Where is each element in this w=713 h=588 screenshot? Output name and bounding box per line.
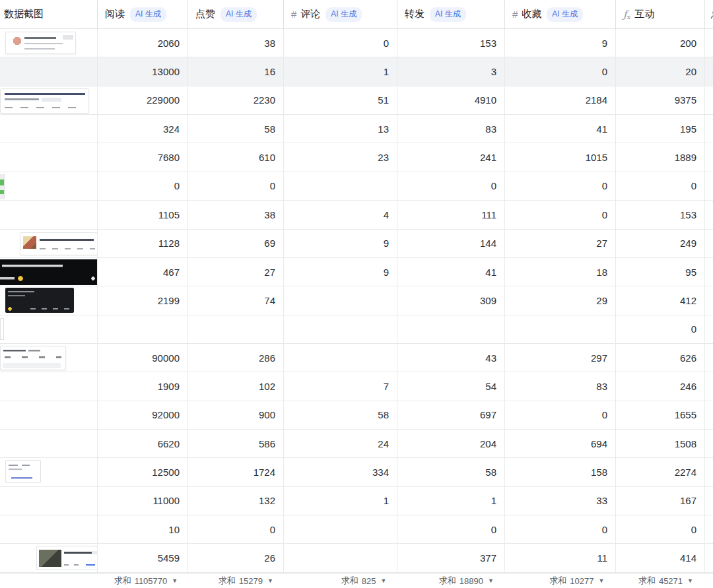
column-header-reposts[interactable]: 转发 AI 生成 [397,0,505,28]
engagement-cell[interactable]: 20 [616,57,705,85]
screenshot-cell[interactable] [0,29,98,57]
likes-cell[interactable]: 0 [188,515,284,543]
favorites-cell[interactable]: 694 [505,430,616,457]
reads-cell[interactable] [98,315,188,343]
likes-cell[interactable]: 102 [188,372,284,400]
comments-cell[interactable]: 1 [284,487,397,515]
reposts-cell[interactable]: 111 [397,201,505,228]
favorites-cell[interactable]: 11 [505,544,616,572]
engagement-cell[interactable]: 167 [616,487,705,515]
screenshot-cell[interactable] [0,258,98,286]
clipped-cell[interactable] [705,143,713,171]
favorites-cell[interactable]: 83 [505,372,616,400]
favorites-cell[interactable]: 18 [505,258,616,286]
likes-cell[interactable]: 58 [188,115,284,143]
comments-cell[interactable]: 9 [284,230,397,257]
reposts-cell[interactable]: 204 [397,430,505,457]
post-thumbnail[interactable] [0,174,5,199]
reposts-cell[interactable]: 3 [397,57,505,85]
reposts-cell[interactable]: 4910 [397,86,505,114]
clipped-cell[interactable] [705,487,713,515]
clipped-cell[interactable] [705,86,713,114]
post-thumbnail[interactable] [5,32,76,54]
reads-cell[interactable]: 1128 [98,230,188,257]
favorites-cell[interactable]: 0 [505,201,616,228]
clipped-cell[interactable] [705,286,713,314]
clipped-cell[interactable] [705,544,713,572]
engagement-cell[interactable]: 2274 [616,458,705,486]
clipped-cell[interactable] [705,401,713,429]
screenshot-cell[interactable] [0,430,98,457]
reposts-cell[interactable]: 41 [397,258,505,286]
favorites-cell[interactable]: 1015 [505,143,616,171]
favorites-cell[interactable]: 33 [505,487,616,515]
likes-cell[interactable]: 900 [188,401,284,429]
column-header-comments[interactable]: # 评论 AI 生成 [284,0,397,28]
engagement-cell[interactable]: 9375 [616,86,705,114]
favorites-cell[interactable]: 29 [505,286,616,314]
comments-cell[interactable]: 23 [284,143,397,171]
reads-cell[interactable]: 324 [98,115,188,143]
likes-cell[interactable]: 16 [188,57,284,85]
clipped-cell[interactable] [705,57,713,85]
post-thumbnail[interactable] [5,460,41,483]
reposts-cell[interactable]: 58 [397,458,505,486]
reads-cell[interactable]: 467 [98,258,188,286]
reads-cell[interactable]: 7680 [98,143,188,171]
engagement-cell[interactable]: 1508 [616,430,705,457]
reads-cell[interactable]: 11000 [98,487,188,515]
reposts-cell[interactable]: 241 [397,143,505,171]
engagement-cell[interactable]: 246 [616,372,705,400]
reads-cell[interactable]: 90000 [98,344,188,372]
engagement-cell[interactable]: 249 [616,230,705,257]
comments-cell[interactable]: 7 [284,372,397,400]
reposts-cell[interactable]: 153 [397,29,505,57]
clipped-cell[interactable] [705,372,713,400]
comments-cell[interactable]: 334 [284,458,397,486]
comments-cell[interactable]: 13 [284,115,397,143]
comments-cell[interactable]: 0 [284,29,397,57]
reposts-cell[interactable]: 83 [397,115,505,143]
likes-cell[interactable]: 26 [188,544,284,572]
reads-cell[interactable]: 10 [98,515,188,543]
comments-cell[interactable]: 1 [284,57,397,85]
screenshot-cell[interactable] [0,458,98,486]
likes-cell[interactable]: 74 [188,286,284,314]
favorites-cell[interactable]: 2184 [505,86,616,114]
reads-cell[interactable]: 0 [98,172,188,200]
likes-cell[interactable]: 38 [188,201,284,228]
comments-cell[interactable] [284,544,397,572]
reposts-cell[interactable]: 697 [397,401,505,429]
reads-cell[interactable]: 2060 [98,29,188,57]
favorites-cell[interactable] [505,315,616,343]
summary-comments[interactable]: 求和 825 ▼ [283,573,397,588]
post-thumbnail[interactable] [0,318,4,340]
comments-cell[interactable]: 4 [284,201,397,228]
likes-cell[interactable]: 2230 [188,86,284,114]
post-thumbnail[interactable] [36,546,98,570]
comments-cell[interactable] [284,172,397,200]
screenshot-cell[interactable] [0,401,98,429]
summary-reposts[interactable]: 求和 18890 ▼ [396,573,504,588]
clipped-cell[interactable] [705,315,713,343]
clipped-cell[interactable] [705,430,713,457]
column-header-reads[interactable]: 阅读 AI 生成 [98,0,188,28]
screenshot-cell[interactable] [0,544,98,572]
likes-cell[interactable]: 286 [188,344,284,372]
engagement-cell[interactable]: 1889 [616,143,705,171]
screenshot-cell[interactable] [0,286,98,314]
reads-cell[interactable]: 1105 [98,201,188,228]
reposts-cell[interactable]: 54 [397,372,505,400]
reads-cell[interactable]: 1909 [98,372,188,400]
screenshot-cell[interactable] [0,372,98,400]
likes-cell[interactable]: 38 [188,29,284,57]
reposts-cell[interactable]: 309 [397,286,505,314]
summary-reads[interactable]: 求和 1105770 ▼ [98,573,188,588]
reads-cell[interactable]: 92000 [98,401,188,429]
post-thumbnail[interactable] [0,346,66,370]
clipped-cell[interactable] [705,344,713,372]
comments-cell[interactable] [284,286,397,314]
favorites-cell[interactable]: 158 [505,458,616,486]
likes-cell[interactable]: 586 [188,430,284,457]
clipped-cell[interactable] [705,258,713,286]
